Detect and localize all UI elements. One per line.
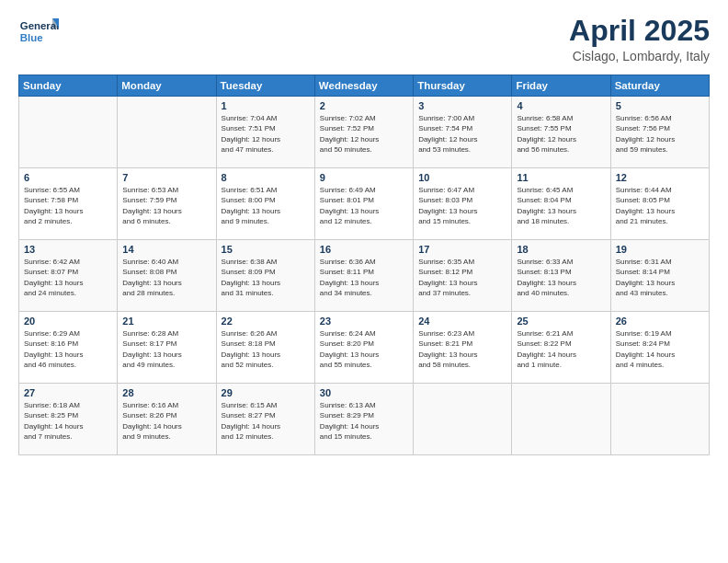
day-info: Sunrise: 6:47 AM Sunset: 8:03 PM Dayligh… [418, 185, 506, 226]
day-info: Sunrise: 6:21 AM Sunset: 8:22 PM Dayligh… [517, 328, 605, 370]
day-cell: 9Sunrise: 6:49 AM Sunset: 8:01 PM Daylig… [314, 168, 413, 240]
day-info: Sunrise: 6:35 AM Sunset: 8:12 PM Dayligh… [418, 257, 506, 298]
day-cell: 25Sunrise: 6:21 AM Sunset: 8:22 PM Dayli… [512, 312, 610, 384]
day-info: Sunrise: 6:15 AM Sunset: 8:27 PM Dayligh… [222, 400, 310, 442]
day-cell [19, 97, 118, 168]
day-cell: 2Sunrise: 7:02 AM Sunset: 7:52 PM Daylig… [314, 97, 413, 168]
page: General Blue April 2025 Cislago, Lombard… [0, 0, 728, 563]
day-number: 8 [222, 172, 310, 183]
header-cell-tuesday: Tuesday [216, 75, 314, 97]
day-cell: 5Sunrise: 6:56 AM Sunset: 7:56 PM Daylig… [610, 97, 709, 168]
day-cell: 26Sunrise: 6:19 AM Sunset: 8:24 PM Dayli… [610, 312, 709, 384]
calendar-subtitle: Cislago, Lombardy, Italy [569, 49, 710, 63]
day-number: 5 [616, 100, 704, 111]
day-number: 25 [517, 316, 605, 327]
day-info: Sunrise: 6:33 AM Sunset: 8:13 PM Dayligh… [517, 257, 605, 298]
day-cell: 19Sunrise: 6:31 AM Sunset: 8:14 PM Dayli… [610, 240, 709, 312]
calendar-header-row: SundayMondayTuesdayWednesdayThursdayFrid… [19, 75, 710, 97]
week-row-2: 6Sunrise: 6:55 AM Sunset: 7:58 PM Daylig… [19, 168, 710, 240]
day-cell: 30Sunrise: 6:13 AM Sunset: 8:29 PM Dayli… [314, 384, 413, 455]
day-number: 19 [616, 244, 704, 255]
day-cell: 1Sunrise: 7:04 AM Sunset: 7:51 PM Daylig… [216, 97, 314, 168]
day-cell: 18Sunrise: 6:33 AM Sunset: 8:13 PM Dayli… [512, 240, 610, 312]
day-info: Sunrise: 6:56 AM Sunset: 7:56 PM Dayligh… [616, 113, 704, 155]
header-cell-saturday: Saturday [610, 75, 709, 97]
day-info: Sunrise: 6:28 AM Sunset: 8:17 PM Dayligh… [122, 328, 210, 370]
day-number: 2 [320, 100, 408, 111]
day-info: Sunrise: 6:49 AM Sunset: 8:01 PM Dayligh… [320, 185, 408, 226]
week-row-3: 13Sunrise: 6:42 AM Sunset: 8:07 PM Dayli… [19, 240, 710, 312]
header: General Blue April 2025 Cislago, Lombard… [18, 15, 710, 63]
day-cell: 21Sunrise: 6:28 AM Sunset: 8:17 PM Dayli… [118, 312, 216, 384]
day-cell: 13Sunrise: 6:42 AM Sunset: 8:07 PM Dayli… [19, 240, 118, 312]
calendar-title: April 2025 [569, 15, 710, 47]
day-number: 16 [320, 244, 408, 255]
day-number: 15 [222, 244, 310, 255]
day-number: 11 [517, 172, 605, 183]
day-info: Sunrise: 6:53 AM Sunset: 7:59 PM Dayligh… [122, 185, 210, 226]
day-cell [118, 97, 216, 168]
title-block: April 2025 Cislago, Lombardy, Italy [569, 15, 710, 63]
day-number: 30 [320, 387, 408, 398]
day-info: Sunrise: 7:00 AM Sunset: 7:54 PM Dayligh… [418, 113, 506, 155]
day-cell: 3Sunrise: 7:00 AM Sunset: 7:54 PM Daylig… [414, 97, 512, 168]
day-number: 13 [24, 244, 112, 255]
day-info: Sunrise: 6:13 AM Sunset: 8:29 PM Dayligh… [320, 400, 408, 442]
header-cell-thursday: Thursday [414, 75, 512, 97]
day-cell: 14Sunrise: 6:40 AM Sunset: 8:08 PM Dayli… [118, 240, 216, 312]
day-number: 28 [122, 387, 210, 398]
day-number: 6 [24, 172, 112, 183]
calendar-table: SundayMondayTuesdayWednesdayThursdayFrid… [18, 75, 710, 455]
header-cell-sunday: Sunday [19, 75, 118, 97]
day-info: Sunrise: 6:23 AM Sunset: 8:21 PM Dayligh… [418, 328, 506, 370]
day-number: 1 [222, 100, 310, 111]
day-number: 29 [222, 387, 310, 398]
day-cell: 4Sunrise: 6:58 AM Sunset: 7:55 PM Daylig… [512, 97, 610, 168]
week-row-5: 27Sunrise: 6:18 AM Sunset: 8:25 PM Dayli… [19, 384, 710, 455]
day-cell: 23Sunrise: 6:24 AM Sunset: 8:20 PM Dayli… [314, 312, 413, 384]
day-info: Sunrise: 6:45 AM Sunset: 8:04 PM Dayligh… [517, 185, 605, 226]
day-cell: 17Sunrise: 6:35 AM Sunset: 8:12 PM Dayli… [414, 240, 512, 312]
logo-icon: General Blue [18, 15, 59, 50]
day-info: Sunrise: 6:24 AM Sunset: 8:20 PM Dayligh… [320, 328, 408, 370]
day-number: 22 [222, 316, 310, 327]
day-number: 24 [418, 316, 506, 327]
logo: General Blue [18, 15, 61, 50]
day-info: Sunrise: 6:26 AM Sunset: 8:18 PM Dayligh… [222, 328, 310, 370]
day-cell: 22Sunrise: 6:26 AM Sunset: 8:18 PM Dayli… [216, 312, 314, 384]
day-info: Sunrise: 6:31 AM Sunset: 8:14 PM Dayligh… [616, 257, 704, 298]
day-info: Sunrise: 6:58 AM Sunset: 7:55 PM Dayligh… [517, 113, 605, 155]
day-info: Sunrise: 6:36 AM Sunset: 8:11 PM Dayligh… [320, 257, 408, 298]
day-cell: 11Sunrise: 6:45 AM Sunset: 8:04 PM Dayli… [512, 168, 610, 240]
day-info: Sunrise: 6:16 AM Sunset: 8:26 PM Dayligh… [122, 400, 210, 442]
day-number: 27 [24, 387, 112, 398]
day-number: 10 [418, 172, 506, 183]
day-cell: 29Sunrise: 6:15 AM Sunset: 8:27 PM Dayli… [216, 384, 314, 455]
day-cell: 6Sunrise: 6:55 AM Sunset: 7:58 PM Daylig… [19, 168, 118, 240]
day-cell: 15Sunrise: 6:38 AM Sunset: 8:09 PM Dayli… [216, 240, 314, 312]
day-number: 21 [122, 316, 210, 327]
day-number: 12 [616, 172, 704, 183]
day-info: Sunrise: 6:42 AM Sunset: 8:07 PM Dayligh… [24, 257, 112, 298]
day-info: Sunrise: 6:29 AM Sunset: 8:16 PM Dayligh… [24, 328, 112, 370]
day-cell [610, 384, 709, 455]
day-info: Sunrise: 6:18 AM Sunset: 8:25 PM Dayligh… [24, 400, 112, 442]
day-number: 20 [24, 316, 112, 327]
svg-text:Blue: Blue [20, 32, 43, 43]
header-cell-wednesday: Wednesday [314, 75, 413, 97]
day-number: 4 [517, 100, 605, 111]
day-info: Sunrise: 6:19 AM Sunset: 8:24 PM Dayligh… [616, 328, 704, 370]
day-cell: 16Sunrise: 6:36 AM Sunset: 8:11 PM Dayli… [314, 240, 413, 312]
header-cell-monday: Monday [118, 75, 216, 97]
day-cell: 27Sunrise: 6:18 AM Sunset: 8:25 PM Dayli… [19, 384, 118, 455]
day-info: Sunrise: 6:40 AM Sunset: 8:08 PM Dayligh… [122, 257, 210, 298]
day-info: Sunrise: 7:02 AM Sunset: 7:52 PM Dayligh… [320, 113, 408, 155]
day-number: 18 [517, 244, 605, 255]
day-cell: 12Sunrise: 6:44 AM Sunset: 8:05 PM Dayli… [610, 168, 709, 240]
day-cell [512, 384, 610, 455]
day-number: 14 [122, 244, 210, 255]
day-info: Sunrise: 7:04 AM Sunset: 7:51 PM Dayligh… [222, 113, 310, 155]
day-info: Sunrise: 6:51 AM Sunset: 8:00 PM Dayligh… [222, 185, 310, 226]
day-number: 23 [320, 316, 408, 327]
day-number: 3 [418, 100, 506, 111]
